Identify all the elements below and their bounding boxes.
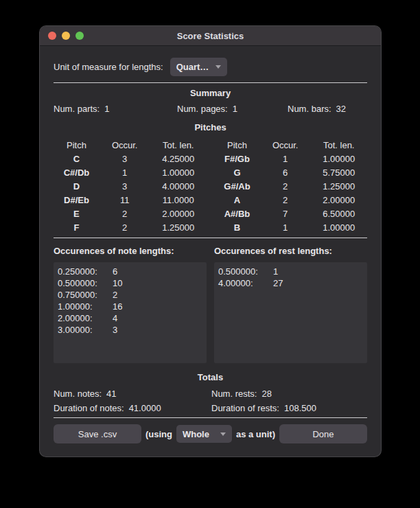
pitch-table-header: Pitch Occur. Tot. len. <box>214 138 367 152</box>
length-label: 1.00000: <box>58 301 113 312</box>
length-label: 3.00000: <box>58 324 113 336</box>
occur-column-header: Occur. <box>100 140 150 150</box>
occur-cell: 11 <box>100 195 150 205</box>
rest-lengths-column: Occurences of rest lengths: 0.500000:1 4… <box>214 246 367 363</box>
pitch-row: C 3 4.25000 <box>54 152 207 165</box>
rest-lengths-listbox[interactable]: 0.500000:1 4.00000:27 <box>214 262 367 363</box>
length-count: 10 <box>113 278 122 288</box>
length-label: 0.250000: <box>58 266 113 277</box>
chevron-down-icon <box>220 432 226 436</box>
occur-cell: 1 <box>100 168 150 178</box>
occur-cell: 2 <box>100 222 150 233</box>
length-count: 2 <box>113 290 117 300</box>
pitch-table-right: Pitch Occur. Tot. len. F#/Gb 1 1.00000 G… <box>214 138 367 234</box>
length-count: 1 <box>273 266 278 277</box>
minimize-button[interactable] <box>62 32 70 40</box>
length-count: 6 <box>113 266 117 277</box>
length-row: 0.750000:2 <box>58 289 207 301</box>
stat-num-rests: Num. rests:28 <box>211 386 367 401</box>
tot-len-cell: 1.00000 <box>310 222 367 233</box>
pitch-row: F#/Gb 1 1.00000 <box>214 152 367 165</box>
stat-duration-rests: Duration of rests:108.500 <box>211 401 367 415</box>
length-count: 16 <box>113 301 122 312</box>
traffic-lights <box>40 32 84 40</box>
stat-label: Num. notes: <box>54 389 102 399</box>
stat-label: Num. bars: <box>288 104 331 114</box>
occur-cell: 6 <box>260 168 311 178</box>
tot-len-column-header: Tot. len. <box>150 140 207 150</box>
length-row: 2.00000:4 <box>58 312 207 324</box>
pitch-name-cell: A <box>214 195 260 205</box>
length-row: 0.250000:6 <box>58 266 207 277</box>
titlebar[interactable]: Score Statistics <box>40 26 381 46</box>
note-lengths-listbox[interactable]: 0.250000:6 0.500000:10 0.750000:2 1.0000… <box>54 262 207 363</box>
tot-len-cell: 1.00000 <box>150 168 207 178</box>
pitch-column-header: Pitch <box>214 140 260 150</box>
stat-num-notes: Num. notes:41 <box>54 386 211 401</box>
separator <box>54 417 367 418</box>
length-label: 4.00000: <box>218 277 273 289</box>
pitch-row: C#/Db 1 1.00000 <box>54 165 207 179</box>
stat-duration-notes: Duration of notes:41.0000 <box>54 401 211 415</box>
occur-cell: 2 <box>260 181 311 192</box>
occurrence-columns: Occurences of note lengths: 0.250000:6 0… <box>54 246 367 363</box>
stat-num-bars: Num. bars:32 <box>288 104 367 115</box>
unit-of-measure-dropdown[interactable]: Quart… <box>170 58 228 76</box>
pitch-name-cell: D <box>54 181 100 192</box>
totals-heading: Totals <box>54 372 367 382</box>
summary-stats: Num. parts:1 Num. pages:1 Num. bars:32 <box>54 104 367 115</box>
done-button[interactable]: Done <box>279 424 367 443</box>
stat-value: 1 <box>104 104 109 114</box>
pitch-row: A#/Bb 7 6.50000 <box>214 207 367 220</box>
pitch-row: D#/Eb 11 11.0000 <box>54 193 207 207</box>
length-row: 0.500000:1 <box>218 266 367 277</box>
stat-value: 1 <box>233 104 237 114</box>
length-label: 0.750000: <box>58 289 113 301</box>
dialog-content: Unit of measure for lengths: Quart… Summ… <box>40 58 381 443</box>
length-label: 2.00000: <box>58 312 113 324</box>
save-csv-button[interactable]: Save .csv <box>54 424 141 443</box>
window-title: Score Statistics <box>40 31 381 41</box>
occur-cell: 2 <box>100 209 150 219</box>
pitch-row: F 2 1.25000 <box>54 220 207 234</box>
pitch-name-cell: G <box>214 168 260 178</box>
pitch-name-cell: D#/Eb <box>54 195 100 205</box>
stat-value: 28 <box>261 389 271 399</box>
unit-of-measure-label: Unit of measure for lengths: <box>54 62 163 72</box>
length-row: 3.00000:3 <box>58 324 207 336</box>
tot-len-cell: 6.50000 <box>310 209 367 219</box>
pitches-heading: Pitches <box>54 122 367 132</box>
pitch-row: E 2 2.00000 <box>54 207 207 220</box>
length-label: 0.500000: <box>58 277 113 289</box>
note-lengths-heading: Occurences of note lengths: <box>54 246 207 257</box>
pitch-tables: Pitch Occur. Tot. len. C 3 4.25000 C#/Db… <box>54 138 367 234</box>
occur-cell: 7 <box>260 209 311 219</box>
tot-len-cell: 1.25000 <box>310 181 367 192</box>
using-unit-value: Whole <box>183 429 209 439</box>
summary-heading: Summary <box>54 88 367 98</box>
stat-value: 41 <box>106 389 116 399</box>
tot-len-column-header: Tot. len. <box>310 140 367 150</box>
length-row: 1.00000:16 <box>58 301 207 312</box>
pitch-name-cell: F#/Gb <box>214 154 260 164</box>
pitch-row: G 6 5.75000 <box>214 165 367 179</box>
zoom-button[interactable] <box>75 32 84 40</box>
stat-value: 108.500 <box>284 403 316 413</box>
tot-len-cell: 1.25000 <box>150 222 207 233</box>
using-prefix-text: (using <box>145 429 172 439</box>
close-button[interactable] <box>48 32 56 40</box>
unit-of-measure-value: Quart… <box>176 62 209 72</box>
tot-len-cell: 11.0000 <box>150 195 207 205</box>
length-count: 4 <box>113 313 117 323</box>
separator <box>54 238 367 238</box>
stat-label: Num. rests: <box>211 389 257 399</box>
length-label: 0.500000: <box>218 266 273 277</box>
note-lengths-column: Occurences of note lengths: 0.250000:6 0… <box>54 246 207 363</box>
score-statistics-window: Score Statistics Unit of measure for len… <box>39 25 382 457</box>
occur-cell: 2 <box>260 195 311 205</box>
using-unit-dropdown[interactable]: Whole <box>176 425 232 443</box>
stat-num-parts: Num. parts:1 <box>54 104 177 115</box>
footer-bar: Save .csv (using Whole as a unit) Done <box>54 424 367 443</box>
pitch-table-left: Pitch Occur. Tot. len. C 3 4.25000 C#/Db… <box>54 138 207 234</box>
pitch-row: B 1 1.00000 <box>214 220 367 234</box>
